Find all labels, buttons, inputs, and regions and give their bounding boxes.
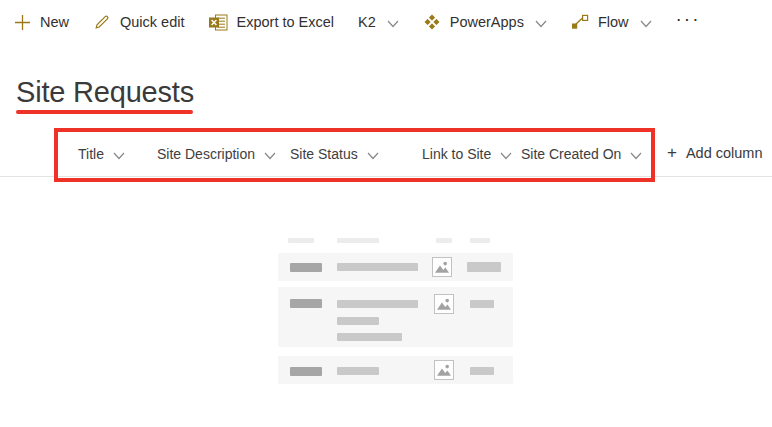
- excel-icon: [209, 14, 228, 31]
- quick-edit-button[interactable]: Quick edit: [93, 13, 184, 31]
- ellipsis-icon: ···: [676, 8, 701, 29]
- new-button[interactable]: New: [14, 14, 69, 31]
- chevron-down-icon: [535, 20, 547, 28]
- skeleton-bar: [337, 333, 402, 341]
- column-header-label: Site Created On: [521, 146, 621, 162]
- k2-menu-label: K2: [358, 14, 376, 30]
- skeleton-bar: [337, 300, 418, 308]
- command-bar: New Quick edit Export to Excel K2: [0, 0, 772, 44]
- image-placeholder-icon: [434, 360, 454, 380]
- skeleton-bar: [290, 299, 322, 308]
- pencil-icon: [93, 13, 111, 31]
- page-title: Site Requests: [16, 76, 194, 109]
- chevron-down-icon: [387, 20, 399, 28]
- chevron-down-icon: [367, 152, 379, 160]
- quick-edit-button-label: Quick edit: [120, 14, 184, 30]
- flow-menu-button[interactable]: Flow: [571, 14, 652, 30]
- k2-menu-button[interactable]: K2: [358, 14, 399, 30]
- skeleton-bar: [288, 238, 314, 243]
- powerapps-menu-label: PowerApps: [450, 14, 524, 30]
- flow-menu-label: Flow: [598, 14, 629, 30]
- column-header-site-description[interactable]: Site Description: [157, 146, 276, 162]
- column-header-site-created-on[interactable]: Site Created On: [521, 146, 642, 162]
- image-placeholder-icon: [434, 294, 454, 314]
- chevron-down-icon: [264, 152, 276, 160]
- image-placeholder-icon: [432, 257, 452, 277]
- annotation-title-underline: [16, 110, 193, 114]
- skeleton-bar: [470, 367, 494, 375]
- skeleton-bar: [290, 263, 322, 272]
- column-header-label: Site Description: [157, 146, 255, 162]
- column-header-label: Site Status: [290, 146, 358, 162]
- plus-icon: [14, 14, 31, 31]
- flow-icon: [571, 14, 589, 30]
- chevron-down-icon: [640, 20, 652, 28]
- plus-icon: +: [667, 144, 677, 161]
- site-requests-page: New Quick edit Export to Excel K2: [0, 0, 772, 427]
- chevron-down-icon: [500, 152, 512, 160]
- chevron-down-icon: [630, 152, 642, 160]
- add-column-label: Add column: [686, 145, 763, 161]
- column-header-link-to-site[interactable]: Link to Site: [422, 146, 512, 162]
- chevron-down-icon: [113, 152, 125, 160]
- skeleton-bar: [337, 238, 379, 243]
- skeleton-bar: [470, 238, 490, 243]
- more-commands-button[interactable]: ···: [676, 8, 701, 36]
- skeleton-bar: [337, 367, 379, 375]
- column-header-title[interactable]: Title: [78, 146, 125, 162]
- powerapps-menu-button[interactable]: PowerApps: [423, 13, 547, 31]
- add-column-button[interactable]: + Add column: [667, 144, 763, 161]
- powerapps-icon: [423, 13, 441, 31]
- header-separator-line: [0, 176, 772, 177]
- skeleton-bar: [290, 367, 322, 376]
- export-to-excel-button-label: Export to Excel: [237, 14, 335, 30]
- column-header-site-status[interactable]: Site Status: [290, 146, 379, 162]
- column-header-label: Link to Site: [422, 146, 491, 162]
- export-to-excel-button[interactable]: Export to Excel: [209, 14, 335, 31]
- new-button-label: New: [40, 14, 69, 30]
- skeleton-bar: [467, 262, 501, 272]
- column-header-label: Title: [78, 146, 104, 162]
- skeleton-bar: [337, 317, 379, 325]
- skeleton-bar: [337, 263, 418, 271]
- skeleton-bar: [436, 238, 452, 243]
- skeleton-bar: [470, 300, 494, 308]
